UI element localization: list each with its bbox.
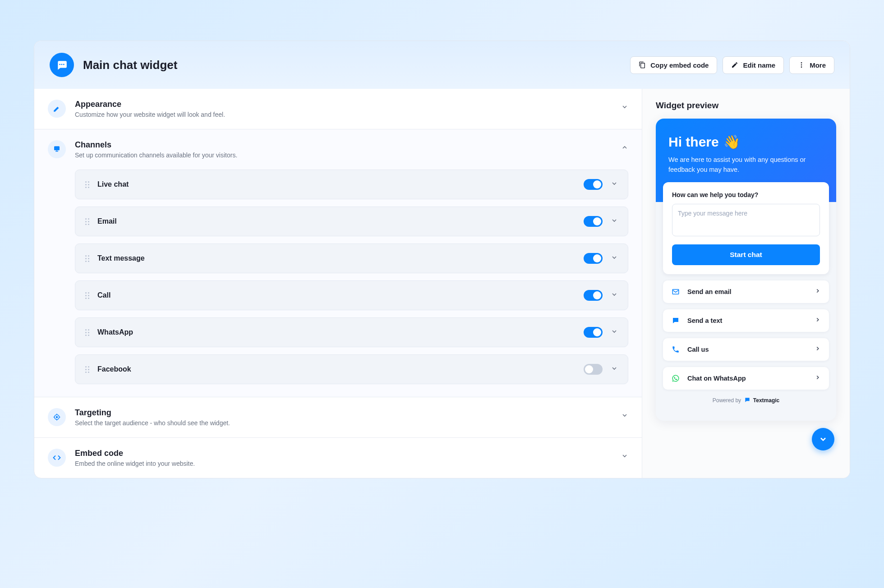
drag-handle-icon[interactable] (85, 329, 89, 336)
widget-option[interactable]: Chat on WhatsApp (663, 367, 829, 390)
widget-toggle-fab[interactable] (812, 428, 834, 450)
footer-prefix: Powered by (713, 397, 741, 404)
more-label: More (810, 61, 826, 69)
section-title: Embed code (75, 449, 612, 458)
text-icon (671, 317, 680, 325)
widget-footer: Powered by Textmagic (663, 390, 829, 412)
widget-icon (50, 53, 74, 77)
preview-panel: Widget preview Hi there 👋 We are here to… (642, 89, 850, 478)
header: Main chat widget Copy embed code Edit na… (34, 41, 850, 89)
channel-row[interactable]: Call (75, 280, 628, 310)
option-label: Send a text (687, 317, 807, 324)
channel-toggle[interactable] (584, 179, 603, 190)
svg-point-3 (801, 62, 802, 64)
header-actions: Copy embed code Edit name More (630, 56, 834, 74)
channel-label: Live chat (97, 180, 576, 188)
embed-icon (48, 449, 66, 467)
copy-embed-code-button[interactable]: Copy embed code (630, 56, 717, 74)
channel-row[interactable]: Text message (75, 243, 628, 273)
textmagic-icon (744, 397, 750, 403)
section-channels[interactable]: Channels Set up communication channels a… (34, 129, 642, 170)
svg-point-1 (61, 64, 63, 65)
edit-name-button[interactable]: Edit name (723, 56, 784, 74)
svg-point-0 (59, 64, 60, 65)
chevron-down-icon (611, 328, 618, 337)
chevron-down-icon (621, 452, 628, 461)
section-desc: Select the target audience - who should … (75, 419, 612, 427)
option-label: Chat on WhatsApp (687, 375, 807, 382)
wave-emoji: 👋 (723, 134, 740, 150)
section-desc: Set up communication channels available … (75, 152, 612, 159)
chevron-down-icon (611, 291, 618, 300)
channel-label: Text message (97, 254, 576, 262)
widget-question: How can we help you today? (672, 191, 820, 198)
svg-point-10 (56, 417, 58, 418)
svg-point-2 (63, 64, 64, 65)
start-chat-button[interactable]: Start chat (672, 244, 820, 265)
channel-toggle[interactable] (584, 290, 603, 301)
settings-left: Appearance Customize how your website wi… (34, 89, 642, 478)
section-appearance[interactable]: Appearance Customize how your website wi… (34, 89, 642, 129)
channel-label: Call (97, 291, 576, 299)
more-button[interactable]: More (789, 56, 834, 74)
drag-handle-icon[interactable] (85, 255, 89, 262)
chevron-right-icon (815, 345, 821, 354)
channel-row[interactable]: WhatsApp (75, 317, 628, 347)
chevron-right-icon (815, 288, 821, 296)
widget-option[interactable]: Send a text (663, 309, 829, 332)
call-icon (671, 345, 680, 354)
email-icon (671, 288, 680, 296)
chevron-up-icon (621, 144, 628, 153)
channel-toggle[interactable] (584, 216, 603, 227)
page-title: Main chat widget (83, 58, 621, 72)
channel-toggle[interactable] (584, 364, 603, 375)
whatsapp-icon (671, 374, 680, 382)
svg-point-4 (801, 64, 802, 66)
svg-rect-8 (56, 150, 57, 151)
preview-title: Widget preview (656, 101, 836, 110)
chevron-down-icon (621, 103, 628, 112)
greeting-text: Hi there (668, 134, 719, 150)
channel-row[interactable]: Email (75, 207, 628, 236)
chevron-down-icon (611, 217, 618, 226)
widget-option[interactable]: Send an email (663, 280, 829, 303)
chevron-down-icon (611, 365, 618, 374)
more-icon (798, 61, 805, 69)
copy-embed-label: Copy embed code (650, 61, 709, 69)
section-desc: Embed the online widget into your websit… (75, 460, 612, 467)
section-title: Appearance (75, 100, 612, 109)
widget-message-input[interactable] (672, 204, 820, 236)
copy-icon (639, 61, 646, 69)
widget-chat-panel: How can we help you today? Start chat (663, 182, 829, 274)
chevron-down-icon (621, 412, 628, 421)
option-label: Send an email (687, 288, 807, 295)
section-desc: Customize how your website widget will l… (75, 111, 612, 118)
channel-row[interactable]: Facebook (75, 354, 628, 384)
svg-rect-6 (54, 146, 60, 150)
channels-list: Live chat Email Text message (34, 170, 642, 397)
section-title: Channels (75, 140, 612, 150)
appearance-icon (48, 100, 66, 118)
chevron-down-icon (611, 254, 618, 263)
drag-handle-icon[interactable] (85, 292, 89, 299)
edit-icon (731, 61, 738, 69)
drag-handle-icon[interactable] (85, 181, 89, 188)
drag-handle-icon[interactable] (85, 366, 89, 373)
channel-label: WhatsApp (97, 328, 576, 336)
channel-toggle[interactable] (584, 253, 603, 264)
section-embed[interactable]: Embed code Embed the online widget into … (34, 438, 642, 478)
widget-subtext: We are here to assist you with any quest… (668, 155, 824, 175)
channel-toggle[interactable] (584, 327, 603, 338)
footer-brand: Textmagic (753, 397, 779, 404)
option-label: Call us (687, 346, 807, 353)
drag-handle-icon[interactable] (85, 218, 89, 225)
channel-row[interactable]: Live chat (75, 170, 628, 199)
chevron-down-icon (611, 180, 618, 189)
widget-option[interactable]: Call us (663, 338, 829, 361)
channel-label: Email (97, 217, 576, 225)
chevron-right-icon (815, 317, 821, 325)
widget-greeting: Hi there 👋 (668, 134, 824, 150)
edit-name-label: Edit name (743, 61, 775, 69)
section-targeting[interactable]: Targeting Select the target audience - w… (34, 397, 642, 438)
chevron-right-icon (815, 374, 821, 382)
